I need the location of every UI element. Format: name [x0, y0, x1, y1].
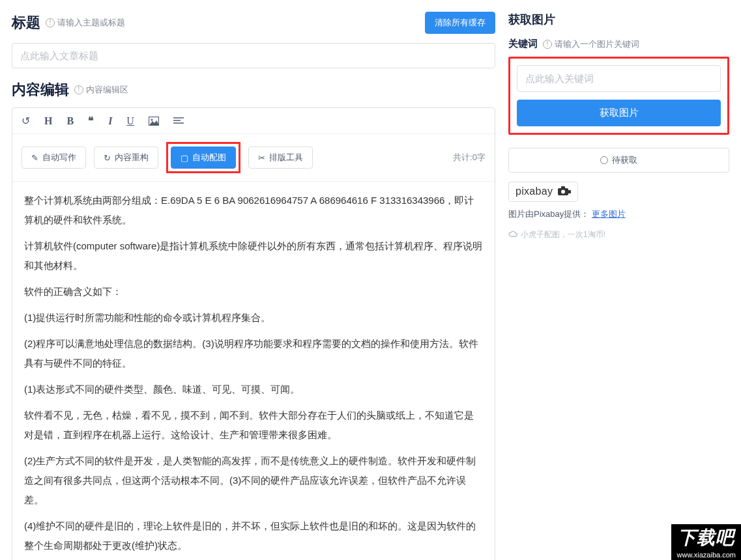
underline-icon[interactable]: U — [126, 115, 134, 127]
paragraph: 整个计算机系统由两部分组成：E.69DA 5 E 6 BA 9062616964… — [24, 191, 483, 230]
layout-tool-button[interactable]: ✂ 排版工具 — [248, 147, 313, 169]
svg-point-1 — [151, 119, 153, 120]
get-image-title: 获取图片 — [508, 12, 729, 27]
camera-icon — [558, 186, 571, 198]
editor-heading: 内容编辑 — [12, 80, 69, 100]
heading-icon[interactable]: H — [44, 115, 52, 127]
paragraph: (2)生产方式不同的软件是开发，是人类智能的高发挥，而不是传统意义上的硬件制造。… — [24, 451, 483, 510]
cloud-icon — [508, 230, 517, 239]
paragraph: 计算机软件(computer software)是指计算机系统中除硬件以外的所有… — [24, 236, 483, 275]
tool-icon: ✂ — [258, 153, 265, 163]
watermark: 下载吧 www.xiazaiba.com — [671, 524, 741, 560]
editor-hint: ! 内容编辑区 — [74, 84, 128, 96]
clear-cache-button[interactable]: 清除所有缓存 — [425, 12, 495, 34]
picture-icon: ▢ — [181, 153, 188, 163]
paragraph: (2)程序可以满意地处理信息的数据结构。(3)说明程序功能要求和程序需要的文档的… — [24, 334, 483, 373]
keyword-input[interactable] — [517, 65, 721, 92]
info-icon: ! — [74, 85, 83, 94]
svg-rect-8 — [568, 190, 571, 193]
title-section-header: 标题 ! 请输入主题或标题 清除所有缓存 — [12, 12, 495, 34]
align-icon[interactable] — [173, 117, 184, 125]
title-hint: ! 请输入主题或标题 — [46, 17, 125, 29]
editor-container: ↺ H B ❝ I U ✎ 自动写作 ↻ — [12, 107, 495, 560]
keyword-highlight-area: 获取图片 — [508, 57, 729, 135]
undo-icon[interactable]: ↺ — [22, 115, 30, 127]
article-title-input[interactable] — [12, 43, 495, 68]
pencil-icon: ✎ — [31, 153, 38, 163]
paragraph: (4)维护不同的硬件是旧的，理论上软件是旧的，并不坏，但实际上软件也是旧的和坏的… — [24, 516, 483, 555]
get-image-button[interactable]: 获取图片 — [517, 100, 721, 126]
auto-write-button[interactable]: ✎ 自动写作 — [22, 147, 86, 169]
status-pending-button[interactable]: 待获取 — [508, 148, 729, 173]
image-icon[interactable] — [149, 117, 159, 126]
bold-icon[interactable]: B — [66, 115, 74, 127]
paragraph: (1)表达形式不同的硬件类型、颜色、味道、可见、可摸、可闻。 — [24, 380, 483, 399]
editor-content[interactable]: 整个计算机系统由两部分组成：E.69DA 5 E 6 BA 9062616964… — [12, 182, 495, 560]
cost-note: 小虎子配图，一次1淘币! — [508, 229, 729, 240]
format-toolbar: ↺ H B ❝ I U — [12, 108, 495, 134]
info-icon: ! — [46, 18, 55, 27]
quote-icon[interactable]: ❝ — [88, 115, 94, 127]
auto-image-button[interactable]: ▢ 自动配图 — [171, 147, 236, 169]
svg-point-7 — [561, 189, 565, 193]
title-heading: 标题 — [12, 13, 40, 33]
keyword-hint: ! 请输入一个图片关键词 — [543, 38, 639, 50]
word-count: 共计:0字 — [453, 152, 486, 163]
paragraph: 软件看不见，无色，枯燥，看不见，摸不到，闻不到。软件大部分存在于人们的头脑或纸上… — [24, 406, 483, 445]
restructure-button[interactable]: ↻ 内容重构 — [94, 147, 158, 169]
info-icon: ! — [543, 40, 552, 49]
italic-icon[interactable]: I — [108, 115, 112, 127]
paragraph: 软件的正确含义如下： — [24, 282, 483, 301]
more-images-link[interactable]: 更多图片 — [592, 209, 626, 219]
action-toolbar: ✎ 自动写作 ↻ 内容重构 ▢ 自动配图 ✂ 排版工具 共计:0字 — [12, 134, 495, 182]
pixabay-badge: pixabay — [508, 182, 578, 202]
svg-rect-6 — [561, 186, 565, 189]
keyword-label: 关键词 — [508, 38, 538, 50]
circle-icon — [600, 156, 608, 164]
refresh-icon: ↻ — [104, 153, 111, 163]
paragraph: (1)提供运行时所需功能和性能的命令或计算机程序集合。 — [24, 308, 483, 328]
image-credit: 图片由Pixabay提供： 更多图片 — [508, 208, 729, 220]
